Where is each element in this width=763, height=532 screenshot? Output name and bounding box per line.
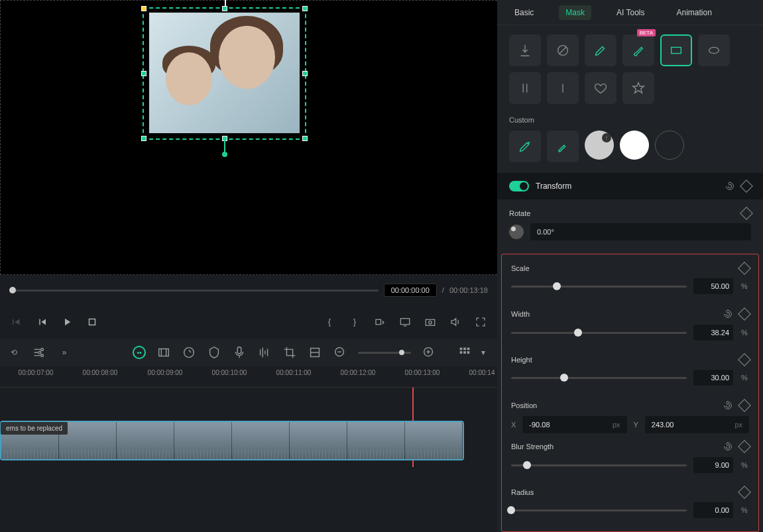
- mask-import-icon[interactable]: [509, 34, 541, 66]
- handle-top-right[interactable]: [302, 6, 308, 11]
- timeline-clip[interactable]: [0, 421, 464, 460]
- mask-none-icon[interactable]: [547, 34, 579, 66]
- bracket-close-icon[interactable]: }: [349, 316, 361, 328]
- width-label: Width: [511, 310, 530, 318]
- timeline-toolbar: ⟲ » •• ▾: [0, 339, 497, 366]
- volume-icon[interactable]: [449, 316, 461, 328]
- reset-icon[interactable]: [723, 309, 733, 319]
- stop-icon[interactable]: [86, 316, 98, 328]
- custom-pen-1-icon[interactable]: [509, 131, 541, 162]
- keyframe-icon[interactable]: [740, 207, 753, 220]
- keyframe-icon[interactable]: [738, 440, 751, 453]
- mic-icon[interactable]: [232, 345, 247, 360]
- radius-value[interactable]: 0.00: [693, 502, 733, 518]
- mask-pen-icon[interactable]: [585, 34, 616, 66]
- blur-slider[interactable]: [511, 464, 687, 466]
- keyframe-icon[interactable]: [738, 262, 751, 275]
- handle-top-mid[interactable]: [222, 6, 227, 11]
- ai-face-icon[interactable]: ••: [133, 346, 146, 359]
- radius-label: Radius: [511, 488, 534, 496]
- keyframe-icon[interactable]: [738, 307, 751, 321]
- mask-selection-box[interactable]: [143, 7, 306, 140]
- svg-point-6: [38, 351, 41, 354]
- crop-icon[interactable]: [282, 345, 297, 360]
- audio-mix-icon[interactable]: [257, 345, 272, 360]
- mask-star-icon[interactable]: [622, 72, 654, 104]
- adjust-icon[interactable]: [308, 345, 322, 360]
- time-ruler[interactable]: 00:00:07:00 00:00:08:00 00:00:09:00 00:0…: [0, 366, 497, 388]
- position-y-input[interactable]: 243.00px: [645, 416, 749, 433]
- width-slider[interactable]: [511, 332, 687, 334]
- mask-rectangle-icon[interactable]: [660, 34, 692, 66]
- height-value[interactable]: 30.00: [693, 370, 733, 386]
- step-back-icon[interactable]: [36, 316, 48, 328]
- reset-icon[interactable]: [723, 441, 733, 452]
- arrow-left-icon[interactable]: ⟲: [7, 345, 21, 360]
- ruler-tick: 00:00:10:00: [212, 369, 247, 376]
- beta-badge: BETA: [637, 29, 656, 36]
- handle-top-left[interactable]: [141, 6, 147, 11]
- zoom-slider[interactable]: [358, 352, 411, 354]
- transform-toggle[interactable]: [509, 181, 529, 191]
- inspector-tabs: Basic Mask AI Tools Animation: [497, 0, 763, 25]
- keyframe-icon[interactable]: [738, 353, 751, 366]
- grid-view-icon[interactable]: [457, 345, 472, 360]
- handle-bot-left[interactable]: [141, 136, 147, 141]
- scale-slider[interactable]: [511, 286, 687, 288]
- handle-mid-right[interactable]: [302, 71, 308, 76]
- tab-ai-tools[interactable]: AI Tools: [610, 5, 651, 20]
- mask-ellipse-icon[interactable]: [698, 34, 730, 66]
- reset-icon[interactable]: [723, 400, 733, 411]
- reset-icon[interactable]: [725, 181, 735, 191]
- custom-circle-outline[interactable]: [655, 131, 684, 160]
- handle-bot-right[interactable]: [302, 136, 308, 141]
- more-icon[interactable]: »: [57, 345, 72, 360]
- mask-heart-icon[interactable]: [585, 72, 616, 104]
- tab-animation[interactable]: Animation: [670, 5, 718, 20]
- scale-value[interactable]: 50.00: [693, 278, 733, 294]
- svg-point-7: [41, 354, 44, 357]
- zoom-in-icon[interactable]: [422, 345, 436, 360]
- blur-value[interactable]: 9.00: [693, 457, 733, 473]
- play-icon[interactable]: [61, 316, 73, 328]
- prev-icon[interactable]: [11, 316, 23, 328]
- display-icon[interactable]: [399, 316, 411, 328]
- transform-section-header[interactable]: Transform: [497, 173, 763, 199]
- rotate-handle[interactable]: [222, 152, 227, 157]
- custom-circle-light[interactable]: ↑: [585, 131, 614, 160]
- timeline[interactable]: 00:00:07:00 00:00:08:00 00:00:09:00 00:0…: [0, 366, 497, 532]
- marker-icon[interactable]: [207, 345, 221, 360]
- rotate-value[interactable]: 0.00°: [530, 223, 751, 240]
- position-x-input[interactable]: -90.08px: [522, 416, 626, 433]
- tab-basic[interactable]: Basic: [508, 5, 540, 20]
- width-value[interactable]: 38.24: [693, 325, 733, 341]
- mask-parallel-icon[interactable]: [509, 72, 541, 104]
- preview-canvas[interactable]: [0, 0, 497, 275]
- keyframe-icon[interactable]: [740, 180, 753, 193]
- keyframe-icon[interactable]: [738, 486, 751, 499]
- rotate-knob[interactable]: [509, 225, 524, 239]
- tab-mask[interactable]: Mask: [559, 5, 591, 20]
- custom-pen-2-icon[interactable]: [547, 131, 579, 162]
- height-slider[interactable]: [511, 377, 687, 379]
- handle-mid-left[interactable]: [141, 71, 147, 76]
- effects-icon[interactable]: [156, 345, 171, 360]
- mask-brush-icon[interactable]: BETA: [622, 34, 654, 66]
- snapshot-icon[interactable]: [424, 316, 436, 328]
- fullscreen-icon[interactable]: [475, 316, 487, 328]
- quality-menu-icon[interactable]: [374, 316, 386, 328]
- custom-circle-white[interactable]: [620, 131, 649, 160]
- replace-badge: ems to be replaced: [1, 422, 68, 435]
- keyframe-icon[interactable]: [738, 399, 751, 412]
- scrub-slider[interactable]: [9, 290, 379, 292]
- speed-icon[interactable]: [182, 345, 196, 360]
- settings-icon[interactable]: [32, 345, 46, 360]
- mask-single-line-icon[interactable]: [547, 72, 579, 104]
- dropdown-icon[interactable]: ▾: [476, 345, 491, 360]
- radius-unit: %: [740, 506, 749, 514]
- current-time[interactable]: 00:00:00:00: [384, 284, 437, 297]
- transform-title: Transform: [536, 182, 571, 191]
- radius-slider[interactable]: [511, 509, 687, 511]
- zoom-out-icon[interactable]: [333, 345, 347, 360]
- bracket-open-icon[interactable]: {: [323, 316, 335, 328]
